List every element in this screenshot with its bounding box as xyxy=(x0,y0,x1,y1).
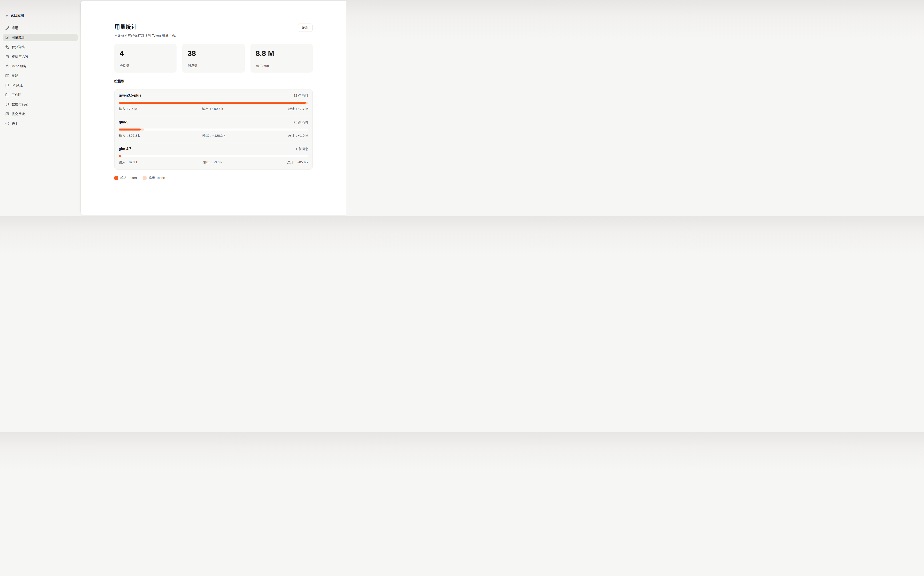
page-subtitle: 本设备所有已保存对话的 Token 用量汇总。 xyxy=(114,34,178,38)
model-total-tokens: 总计：~1.0 M xyxy=(288,134,308,138)
usage-content: 用量统计 本设备所有已保存对话的 Token 用量汇总。 刷新 4 会话数 38… xyxy=(114,1,313,180)
sidebar-item-label: IM 频道 xyxy=(11,83,23,88)
sidebar-item-workspace[interactable]: 工作区 xyxy=(3,91,78,99)
model-token-stats: 输入：7.6 M 输出：~80.4 k 总计：~7.7 M xyxy=(119,107,308,111)
model-output-tokens: 输出：~3.0 k xyxy=(203,160,222,165)
model-message-count: 1 条消息 xyxy=(295,147,308,151)
model-input-tokens: 输入：7.6 M xyxy=(119,107,137,111)
model-total-tokens: 总计：~85.9 k xyxy=(287,160,308,165)
model-name: glm-5 xyxy=(119,120,128,124)
bar-chart-icon xyxy=(5,36,9,40)
model-total-tokens: 总计：~7.7 M xyxy=(288,107,308,111)
sidebar-item-label: 提交反馈 xyxy=(11,112,25,116)
legend-item: 输出 Token xyxy=(143,176,165,180)
model-output-tokens: 输出：~120.2 k xyxy=(202,134,225,138)
sidebar-item-label: 用量统计 xyxy=(11,35,25,40)
stat-card: 4 会话数 xyxy=(114,44,176,73)
legend-swatch xyxy=(114,176,119,180)
sidebar-nav: 通用 用量统计 积分详情 模型与 API MCP 服务 技能 IM 频道 工作区… xyxy=(3,24,78,127)
stat-value: 8.8 M xyxy=(256,49,307,58)
sidebar-item-label: 关于 xyxy=(11,122,18,126)
model-input-tokens: 输入：896.8 k xyxy=(119,134,140,138)
back-label: 返回应用 xyxy=(11,14,24,18)
page-header: 用量统计 本设备所有已保存对话的 Token 用量汇总。 刷新 xyxy=(114,23,313,38)
model-message-count: 25 条消息 xyxy=(293,120,308,125)
model-usage-list: qwen3.5-plus 12 条消息 输入：7.6 M 输出：~80.4 k … xyxy=(114,89,313,170)
info-icon xyxy=(5,122,9,125)
shield-icon xyxy=(5,102,9,106)
model-row-head: glm-5 25 条消息 xyxy=(119,120,308,126)
model-output-tokens: 输出：~80.4 k xyxy=(202,107,223,111)
model-usage-row: qwen3.5-plus 12 条消息 输入：7.6 M 输出：~80.4 k … xyxy=(115,90,312,116)
token-usage-bar xyxy=(119,128,308,131)
stat-label: 消息数 xyxy=(187,64,239,68)
model-usage-row: glm-4.7 1 条消息 输入：82.9 k 输出：~3.0 k 总计：~85… xyxy=(115,143,312,170)
token-usage-bar xyxy=(119,155,308,157)
stat-label: 会话数 xyxy=(120,64,171,68)
stat-value: 4 xyxy=(120,49,171,58)
model-name: qwen3.5-plus xyxy=(119,93,141,98)
sidebar-item-im-channel[interactable]: IM 频道 xyxy=(3,82,78,89)
sidebar-item-privacy[interactable]: 数据与隐私 xyxy=(3,101,78,108)
sidebar-item-label: 工作区 xyxy=(11,93,22,97)
feedback-icon xyxy=(5,112,9,116)
back-button[interactable]: 返回应用 xyxy=(3,13,78,18)
sidebar-item-skills[interactable]: 技能 xyxy=(3,72,78,80)
sidebar-item-label: 数据与隐私 xyxy=(11,102,28,107)
model-token-stats: 输入：82.9 k 输出：~3.0 k 总计：~85.9 k xyxy=(119,160,308,165)
refresh-button[interactable]: 刷新 xyxy=(298,24,313,32)
section-title-by-model: 按模型 xyxy=(114,79,313,83)
coins-icon xyxy=(5,45,9,49)
input-token-bar-segment xyxy=(119,128,141,131)
model-usage-row: glm-5 25 条消息 输入：896.8 k 输出：~120.2 k 总计：~… xyxy=(115,116,312,143)
legend-swatch xyxy=(143,176,147,180)
page-header-text: 用量统计 本设备所有已保存对话的 Token 用量汇总。 xyxy=(114,23,178,38)
legend-label: 输出 Token xyxy=(149,176,165,180)
arrow-left-icon xyxy=(5,14,9,17)
main-panel: 用量统计 本设备所有已保存对话的 Token 用量汇总。 刷新 4 会话数 38… xyxy=(81,1,346,215)
plug-icon xyxy=(5,64,9,68)
sidebar-item-usage[interactable]: 用量统计 xyxy=(3,34,78,41)
sidebar-item-credits[interactable]: 积分详情 xyxy=(3,43,78,51)
sidebar-item-about[interactable]: 关于 xyxy=(3,120,78,127)
stat-card: 38 消息数 xyxy=(182,44,245,73)
chat-icon xyxy=(5,83,9,87)
model-token-stats: 输入：896.8 k 输出：~120.2 k 总计：~1.0 M xyxy=(119,134,308,138)
model-row-head: qwen3.5-plus 12 条消息 xyxy=(119,93,308,99)
book-icon xyxy=(5,74,9,78)
token-usage-bar xyxy=(119,102,308,104)
stat-value: 38 xyxy=(187,49,239,58)
folder-icon xyxy=(5,93,9,97)
sidebar-item-label: 技能 xyxy=(11,74,18,78)
sidebar-item-label: MCP 服务 xyxy=(11,64,26,68)
legend-item: 输入 Token xyxy=(114,176,137,180)
sidebar: 返回应用 通用 用量统计 积分详情 模型与 API MCP 服务 技能 IM 频… xyxy=(0,0,81,216)
sidebar-item-label: 模型与 API xyxy=(11,54,28,59)
legend-label: 输入 Token xyxy=(120,176,137,180)
sidebar-item-models-api[interactable]: 模型与 API xyxy=(3,53,78,60)
chip-icon xyxy=(5,55,9,59)
model-message-count: 12 条消息 xyxy=(293,93,308,98)
legend: 输入 Token 输出 Token xyxy=(114,176,313,180)
model-row-head: glm-4.7 1 条消息 xyxy=(119,147,308,152)
sidebar-item-label: 通用 xyxy=(11,26,18,30)
sidebar-item-label: 积分详情 xyxy=(11,45,25,49)
model-name: glm-4.7 xyxy=(119,147,131,151)
page-title: 用量统计 xyxy=(114,23,178,30)
model-input-tokens: 输入：82.9 k xyxy=(119,160,138,165)
input-token-bar-segment xyxy=(119,102,306,104)
sidebar-item-general[interactable]: 通用 xyxy=(3,24,78,32)
sidebar-item-feedback[interactable]: 提交反馈 xyxy=(3,110,78,118)
stat-card: 8.8 M 总 Token xyxy=(250,44,313,73)
pencil-icon xyxy=(5,26,9,30)
sidebar-item-mcp[interactable]: MCP 服务 xyxy=(3,62,78,70)
summary-cards: 4 会话数 38 消息数 8.8 M 总 Token xyxy=(114,44,313,73)
stat-label: 总 Token xyxy=(256,64,307,68)
